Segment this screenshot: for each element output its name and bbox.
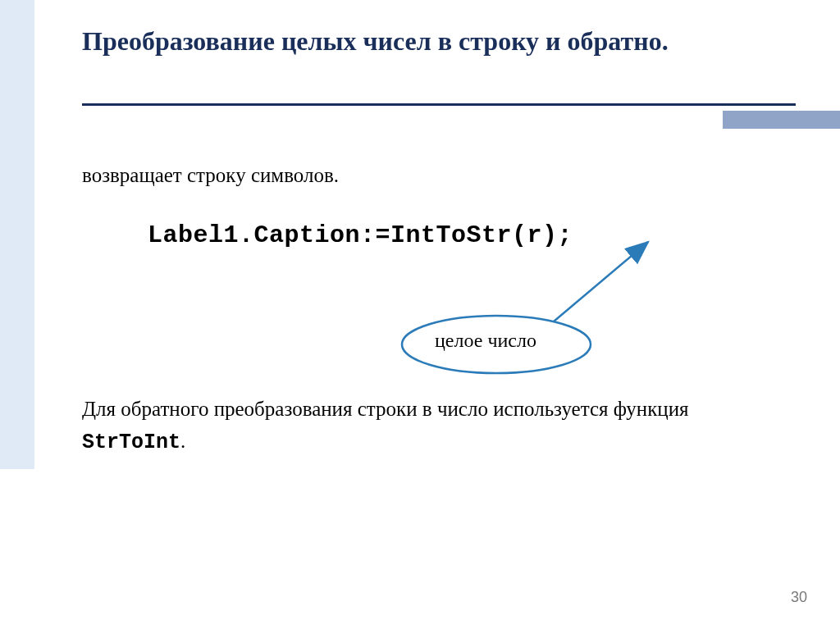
left-sidebar-decoration xyxy=(0,0,34,469)
para2-text-part1: Для обратного преобразования строки в чи… xyxy=(82,398,689,420)
svg-line-2 xyxy=(554,242,648,321)
callout-arrow-icon xyxy=(345,234,673,381)
accent-box xyxy=(723,111,840,129)
para2-text-part2: . xyxy=(180,430,185,452)
para2-code: StrToInt xyxy=(82,431,180,454)
intro-text: возвращает строку символов. xyxy=(82,164,339,187)
title-underline xyxy=(82,103,796,106)
slide-title: Преобразование целых чисел в строку и об… xyxy=(82,25,771,57)
slide: Преобразование целых чисел в строку и об… xyxy=(0,0,840,629)
callout-label: целое число xyxy=(435,330,536,352)
paragraph-reverse-conversion: Для обратного преобразования строки в чи… xyxy=(82,394,779,459)
page-number: 30 xyxy=(791,589,807,606)
